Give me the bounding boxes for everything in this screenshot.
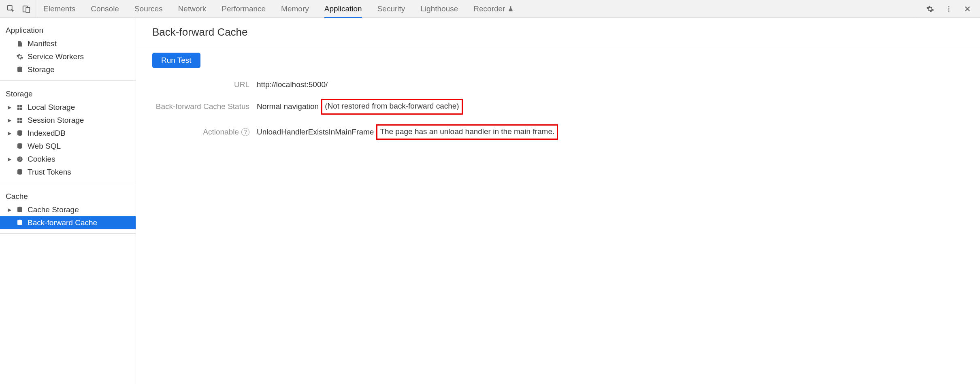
tab-application[interactable]: Application: [324, 0, 362, 18]
tab-recorder[interactable]: Recorder: [473, 0, 514, 18]
sidebar-item-back-forward-cache[interactable]: Back-forward Cache: [0, 216, 136, 229]
storage-icon: [15, 66, 24, 73]
svg-rect-10: [20, 108, 22, 110]
main-panel: Back-forward Cache Run Test URL http://l…: [136, 18, 980, 384]
tab-security[interactable]: Security: [377, 0, 405, 18]
bfcache-status-label: Back-forward Cache Status: [152, 102, 249, 111]
svg-rect-13: [17, 121, 19, 123]
devtools-tabs: Elements Console Sources Network Perform…: [36, 0, 915, 17]
svg-rect-12: [20, 118, 22, 120]
actionable-label: Actionable ?: [152, 128, 249, 137]
help-icon[interactable]: ?: [241, 128, 249, 136]
url-value: http://localhost:5000/: [257, 80, 964, 89]
bfcache-status-value: Normal navigation (Not restored from bac…: [257, 99, 964, 115]
cookie-icon: [15, 156, 24, 163]
svg-rect-2: [26, 7, 30, 13]
chevron-right-icon: ▶: [6, 207, 12, 213]
file-icon: [15, 40, 24, 47]
svg-rect-11: [17, 118, 19, 120]
storage-icon: [15, 143, 24, 150]
actionable-highlight: The page has an unload handler in the ma…: [376, 124, 558, 140]
sidebar-item-trust-tokens[interactable]: Trust Tokens: [0, 166, 136, 179]
tab-network[interactable]: Network: [178, 0, 207, 18]
actionable-value: UnloadHandlerExistsInMainFrame The page …: [257, 124, 964, 140]
svg-point-20: [19, 160, 19, 160]
device-toggle-icon[interactable]: [21, 4, 32, 14]
svg-point-17: [17, 156, 23, 162]
flask-icon: [507, 6, 514, 12]
close-icon[interactable]: [962, 4, 973, 14]
svg-rect-8: [20, 105, 22, 107]
inspect-element-icon[interactable]: [6, 4, 16, 14]
gear-icon: [15, 53, 24, 60]
svg-point-5: [948, 10, 950, 11]
tab-console[interactable]: Console: [91, 0, 119, 18]
tab-elements[interactable]: Elements: [43, 0, 75, 18]
svg-point-4: [948, 8, 950, 9]
svg-point-18: [19, 158, 19, 159]
svg-rect-14: [20, 121, 22, 123]
tab-lighthouse[interactable]: Lighthouse: [420, 0, 458, 18]
page-title: Back-forward Cache: [136, 18, 980, 46]
svg-point-21: [20, 159, 21, 160]
svg-rect-7: [17, 105, 19, 107]
storage-icon: [15, 206, 24, 213]
tab-memory[interactable]: Memory: [281, 0, 309, 18]
storage-icon: [15, 219, 24, 226]
tab-performance[interactable]: Performance: [222, 0, 266, 18]
toolbar-right-group: [915, 0, 980, 17]
more-vertical-icon[interactable]: [944, 4, 954, 14]
url-label: URL: [152, 80, 249, 89]
sidebar-group-application: Application: [0, 21, 136, 37]
sidebar-group-cache: Cache: [0, 187, 136, 203]
tab-sources[interactable]: Sources: [134, 0, 163, 18]
sidebar-item-cache-storage[interactable]: ▶ Cache Storage: [0, 203, 136, 216]
chevron-right-icon: ▶: [6, 117, 12, 123]
sidebar-item-cookies[interactable]: ▶ Cookies: [0, 153, 136, 166]
bfcache-status-highlight: (Not restored from back-forward cache): [321, 99, 463, 115]
settings-gear-icon[interactable]: [925, 4, 935, 14]
sidebar-item-local-storage[interactable]: ▶ Local Storage: [0, 101, 136, 114]
run-test-button[interactable]: Run Test: [152, 53, 200, 68]
svg-point-3: [948, 6, 950, 7]
svg-point-19: [20, 158, 21, 158]
application-sidebar: Application Manifest Service Workers Sto…: [0, 18, 136, 384]
grid-icon: [15, 104, 24, 111]
chevron-right-icon: ▶: [6, 156, 12, 162]
toolbar-left-group: [0, 0, 36, 17]
svg-rect-9: [17, 108, 19, 110]
sidebar-item-indexeddb[interactable]: ▶ IndexedDB: [0, 127, 136, 140]
sidebar-item-service-workers[interactable]: Service Workers: [0, 50, 136, 63]
chevron-right-icon: ▶: [6, 105, 12, 110]
devtools-toolbar: Elements Console Sources Network Perform…: [0, 0, 980, 18]
sidebar-group-storage: Storage: [0, 85, 136, 101]
chevron-right-icon: ▶: [6, 130, 12, 136]
sidebar-item-storage[interactable]: Storage: [0, 63, 136, 76]
sidebar-item-session-storage[interactable]: ▶ Session Storage: [0, 114, 136, 127]
storage-icon: [15, 130, 24, 137]
sidebar-item-websql[interactable]: Web SQL: [0, 140, 136, 153]
storage-icon: [15, 169, 24, 176]
sidebar-item-manifest[interactable]: Manifest: [0, 37, 136, 50]
grid-icon: [15, 117, 24, 124]
